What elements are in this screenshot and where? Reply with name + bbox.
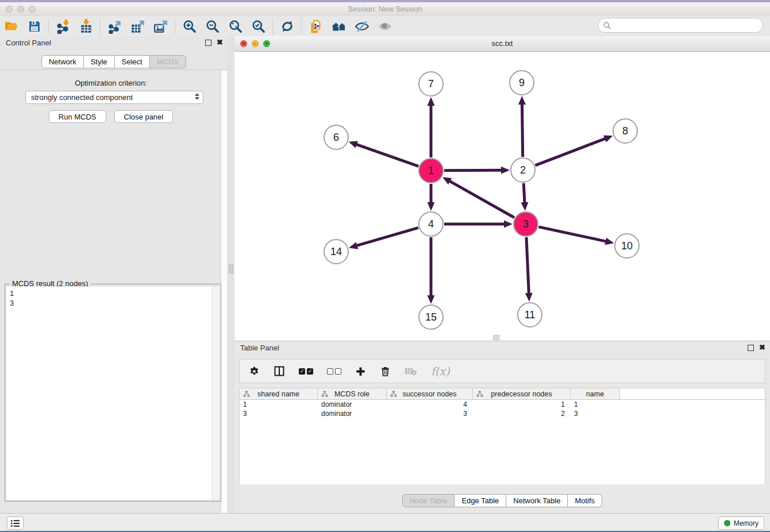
- export-image-button[interactable]: [149, 17, 172, 36]
- open-folder-icon: [4, 19, 19, 34]
- window-titlebar[interactable]: Session: New Session: [0, 2, 770, 17]
- import-table-icon: [79, 19, 94, 34]
- network-graph[interactable]: 1234678910111415: [234, 52, 770, 341]
- mcds-result-list[interactable]: 1 3: [6, 287, 213, 500]
- table-header-row: shared name MCDS role successor nodes pr…: [239, 388, 765, 400]
- column-header-name[interactable]: name: [571, 388, 620, 399]
- zoom-selected-button[interactable]: [247, 17, 270, 36]
- deselect-all-columns-button[interactable]: [327, 368, 341, 375]
- graph-edge-1-2[interactable]: [444, 170, 502, 171]
- graph-edge-2-8[interactable]: [535, 138, 606, 165]
- table-row[interactable]: 1 dominator 4 1 1: [240, 400, 765, 409]
- zoom-in-button[interactable]: [178, 17, 201, 36]
- mcds-result-scrollbar[interactable]: [212, 287, 220, 500]
- import-network-button[interactable]: [52, 17, 75, 36]
- import-table-button[interactable]: [75, 17, 98, 36]
- tab-select[interactable]: Select: [115, 55, 150, 68]
- toolbar-separator: [301, 19, 302, 34]
- divider: [0, 70, 228, 70]
- clone-network-button[interactable]: [305, 17, 328, 36]
- column-header-successor-nodes[interactable]: successor nodes: [387, 388, 473, 399]
- tab-style[interactable]: Style: [84, 55, 115, 68]
- task-history-button[interactable]: [7, 516, 24, 530]
- network-view-titlebar[interactable]: ✕ − + scc.txt: [234, 36, 770, 52]
- splitter-grip[interactable]: [229, 264, 233, 273]
- memory-button[interactable]: Memory: [718, 516, 764, 530]
- panel-splitter[interactable]: [228, 36, 234, 513]
- tab-edge-table[interactable]: Edge Table: [455, 494, 506, 507]
- network-canvas[interactable]: 1234678910111415: [234, 52, 770, 341]
- run-mcds-button[interactable]: Run MCDS: [49, 110, 106, 123]
- delete-table-button[interactable]: [405, 366, 417, 376]
- toggle-columns-button[interactable]: [274, 365, 285, 377]
- export-table-button[interactable]: [126, 17, 149, 36]
- hide-selected-button[interactable]: [351, 17, 374, 36]
- graph-edge-2-9[interactable]: [522, 103, 522, 157]
- close-panel-button[interactable]: Close panel: [114, 110, 174, 123]
- tab-mcds[interactable]: MCDS: [150, 55, 186, 68]
- tab-network[interactable]: Network: [41, 55, 84, 68]
- column-header-predecessor-nodes[interactable]: predecessor nodes: [473, 388, 571, 399]
- column-label: predecessor nodes: [491, 390, 552, 398]
- graph-edge-2-3[interactable]: [523, 183, 525, 203]
- add-column-button[interactable]: [355, 366, 366, 377]
- zoom-out-button[interactable]: [201, 17, 224, 36]
- cell-successor-nodes: 4: [387, 400, 473, 409]
- zoom-fit-button[interactable]: [224, 17, 247, 36]
- close-panel-icon[interactable]: ✖: [217, 39, 223, 46]
- cell-predecessor-nodes: 2: [473, 409, 571, 418]
- graph-node-label: 11: [525, 309, 536, 321]
- control-panel-scrollbar[interactable]: [221, 70, 227, 532]
- hierarchy-icon: [321, 391, 328, 398]
- save-session-button[interactable]: [23, 17, 46, 36]
- cell-name: 1: [571, 400, 620, 409]
- column-label: successor nodes: [403, 390, 457, 398]
- graph-arrowhead: [428, 202, 435, 211]
- tab-node-table[interactable]: Node Table: [402, 494, 455, 507]
- graph-node-label: 4: [428, 218, 434, 230]
- tab-motifs[interactable]: Motifs: [568, 494, 602, 507]
- open-file-button[interactable]: [0, 17, 23, 36]
- table-settings-button[interactable]: [249, 366, 260, 377]
- graph-node-label: 8: [622, 125, 628, 137]
- zoom-out-icon: [205, 19, 220, 34]
- graph-edge-3-11[interactable]: [526, 237, 529, 294]
- home-views-button[interactable]: [328, 17, 351, 36]
- float-panel-icon[interactable]: [748, 345, 754, 351]
- export-network-button[interactable]: [103, 17, 126, 36]
- hierarchy-icon: [390, 391, 397, 398]
- checked-box-icon: ✓: [299, 368, 305, 375]
- search-box: [598, 18, 763, 33]
- search-icon: [603, 21, 611, 30]
- graph-arrowhead: [504, 221, 513, 228]
- graph-edge-3-10[interactable]: [538, 227, 606, 242]
- search-input[interactable]: [614, 21, 763, 30]
- graph-node-label: 7: [428, 78, 434, 90]
- graph-edge-3-1[interactable]: [449, 181, 514, 218]
- mcds-result-item: 1: [10, 288, 209, 298]
- graph-edge-1-6[interactable]: [356, 144, 418, 166]
- column-header-mcds-role[interactable]: MCDS role: [318, 388, 387, 399]
- float-panel-icon[interactable]: [205, 40, 211, 46]
- table-panel-title: Table Panel: [240, 344, 279, 352]
- show-all-button[interactable]: [374, 17, 396, 36]
- cell-shared-name: 1: [240, 400, 318, 409]
- close-panel-icon[interactable]: ✖: [759, 344, 765, 351]
- select-all-columns-button[interactable]: ✓ ✓: [299, 368, 313, 375]
- apply-layout-button[interactable]: [276, 17, 299, 36]
- tab-network-table[interactable]: Network Table: [506, 494, 568, 507]
- graph-edge-4-14[interactable]: [356, 228, 418, 246]
- cell-predecessor-nodes: 1: [473, 400, 571, 409]
- optimization-criterion-select[interactable]: strongly connected component: [25, 91, 203, 104]
- memory-status-icon: [724, 520, 730, 526]
- toolbar-separator: [48, 19, 49, 34]
- checked-box-icon: ✓: [307, 368, 313, 375]
- column-label: MCDS role: [334, 390, 369, 398]
- table-row[interactable]: 3 dominator 3 2 3: [240, 409, 765, 418]
- column-header-shared-name[interactable]: shared name: [240, 388, 318, 399]
- function-builder-button[interactable]: f(x): [431, 365, 450, 377]
- columns-icon: [274, 365, 285, 377]
- network-hscroll-thumb[interactable]: [493, 335, 499, 340]
- main-toolbar: [0, 16, 770, 37]
- delete-column-button[interactable]: [380, 366, 391, 377]
